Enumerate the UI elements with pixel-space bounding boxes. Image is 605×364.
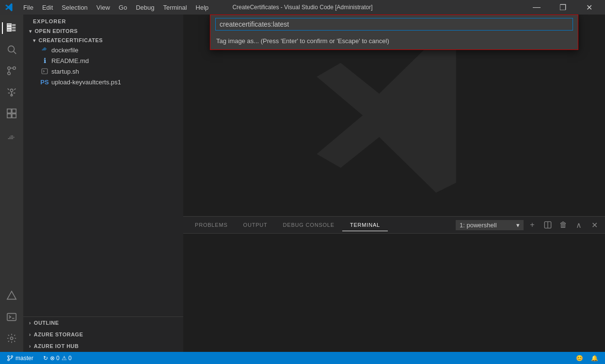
debug-activity-icon[interactable] (2, 82, 21, 102)
file-name-keyvault: upload-keyvaultcerts.ps1 (51, 79, 121, 86)
open-editors-label: OPEN EDITORS (35, 28, 78, 34)
svg-rect-12 (12, 114, 16, 118)
svg-point-3 (8, 46, 15, 52)
explorer-activity-icon[interactable] (2, 18, 21, 38)
kill-terminal-button[interactable]: 🗑 (557, 218, 570, 232)
window-controls: — ❐ ✕ (525, 0, 600, 15)
search-activity-icon[interactable] (2, 40, 21, 59)
svg-point-7 (8, 72, 11, 75)
minimize-button[interactable]: — (525, 0, 548, 15)
command-input-wrapper (210, 15, 578, 33)
menu-bar: File Edit Selection View Go Debug Termin… (19, 2, 212, 13)
menu-file[interactable]: File (19, 2, 37, 13)
menu-help[interactable]: Help (192, 2, 213, 13)
azure-iot-hub-section[interactable]: › AZURE IOT HUB (23, 340, 183, 352)
tab-terminal[interactable]: TERMINAL (342, 219, 388, 231)
folder-name-label: CREATECERTIFICATES (39, 37, 103, 43)
readme-file-icon: ℹ (41, 57, 48, 64)
terminal-tabs-bar: PROBLEMS OUTPUT DEBUG CONSOLE TERMINAL 1… (183, 217, 605, 234)
status-bar-right: 😊 🔔 (574, 355, 600, 362)
azure-activity-icon[interactable] (2, 286, 21, 305)
svg-rect-10 (7, 109, 11, 113)
svg-point-23 (11, 355, 13, 357)
vscode-watermark-icon (309, 31, 479, 200)
new-terminal-button[interactable]: + (525, 218, 539, 232)
activity-bar (0, 15, 23, 352)
tab-problems[interactable]: PROBLEMS (187, 219, 236, 231)
maximize-terminal-button[interactable]: ∧ (572, 218, 586, 232)
file-item-dockerfile[interactable]: dockerfile (23, 45, 183, 55)
activity-bar-bottom (2, 286, 21, 348)
menu-selection[interactable]: Selection (58, 2, 91, 13)
folder-chevron: ▾ (33, 38, 36, 43)
menu-terminal[interactable]: Terminal (159, 2, 191, 13)
svg-point-21 (8, 355, 10, 357)
file-item-readme[interactable]: ℹ README.md (23, 55, 183, 66)
sync-status[interactable]: ↻ ⊗ 0 ⚠ 0 (41, 355, 74, 362)
svg-line-4 (14, 51, 16, 54)
maximize-button[interactable]: ❐ (552, 0, 574, 15)
outline-section[interactable]: › OUTLINE (23, 317, 183, 329)
command-palette-box: Tag image as... (Press 'Enter' to confir… (210, 15, 578, 50)
dropdown-arrow-icon: ▾ (516, 222, 520, 229)
ps-file-icon: PS (41, 78, 48, 86)
vscode-logo-icon (5, 3, 14, 12)
title-bar-left: File Edit Selection View Go Debug Termin… (5, 2, 212, 13)
split-terminal-button[interactable] (541, 218, 555, 232)
docker-file-icon (41, 46, 48, 54)
terminal-panel: PROBLEMS OUTPUT DEBUG CONSOLE TERMINAL 1… (183, 216, 605, 352)
svg-rect-11 (12, 109, 16, 113)
command-palette-overlay: Tag image as... (Press 'Enter' to confir… (183, 15, 605, 50)
editor-area: Tag image as... (Press 'Enter' to confir… (183, 15, 605, 352)
status-bar: master ↻ ⊗ 0 ⚠ 0 😊 🔔 (0, 352, 605, 364)
outline-chevron: › (29, 320, 31, 326)
outline-label: OUTLINE (34, 320, 59, 326)
warnings-count: ⚠ 0 (62, 355, 72, 362)
azure-iot-hub-label: AZURE IOT HUB (34, 343, 79, 349)
docker-activity-icon[interactable] (2, 129, 21, 148)
menu-debug[interactable]: Debug (132, 2, 158, 13)
git-branch-status[interactable]: master (5, 355, 35, 362)
file-item-startup[interactable]: startup.sh (23, 66, 183, 77)
bell-status[interactable]: 🔔 (589, 355, 600, 362)
terminal-content (183, 234, 605, 352)
menu-edit[interactable]: Edit (38, 2, 57, 13)
sidebar: EXPLORER ▾ OPEN EDITORS ▾ CREATECERTIFIC… (23, 15, 183, 352)
file-tree: dockerfile ℹ README.md startup.sh PS upl… (23, 45, 183, 87)
terminal-activity-icon[interactable] (2, 307, 21, 327)
azure-storage-section[interactable]: › AZURE STORAGE (23, 329, 183, 340)
tab-debug-console[interactable]: DEBUG CONSOLE (275, 219, 342, 231)
menu-view[interactable]: View (93, 2, 114, 13)
folder-section-header[interactable]: ▾ CREATECERTIFICATES (23, 36, 183, 45)
title-bar: File Edit Selection View Go Debug Termin… (0, 0, 605, 15)
terminal-tab-right: 1: powershell ▾ + 🗑 ∧ ✕ (456, 218, 601, 232)
file-name-startup: startup.sh (51, 68, 79, 75)
settings-activity-icon[interactable] (2, 329, 21, 348)
svg-point-6 (13, 67, 16, 70)
menu-go[interactable]: Go (115, 2, 131, 13)
file-name-readme: README.md (51, 57, 89, 64)
azure-storage-label: AZURE STORAGE (34, 332, 83, 337)
close-terminal-button[interactable]: ✕ (588, 218, 601, 232)
sync-icon: ↻ (43, 355, 48, 362)
sidebar-bottom-sections: › OUTLINE › AZURE STORAGE › AZURE IOT HU… (23, 317, 183, 352)
file-item-keyvault[interactable]: PS upload-keyvaultcerts.ps1 (23, 77, 183, 87)
azure-storage-chevron: › (29, 332, 31, 337)
terminal-instance-dropdown[interactable]: 1: powershell ▾ (456, 220, 524, 230)
svg-rect-15 (7, 314, 16, 321)
source-control-activity-icon[interactable] (2, 61, 21, 80)
open-editors-chevron: ▾ (29, 29, 32, 34)
svg-marker-14 (7, 291, 16, 300)
smiley-status[interactable]: 😊 (574, 355, 585, 362)
git-branch-icon (7, 355, 14, 362)
svg-rect-13 (7, 114, 11, 118)
azure-iot-hub-chevron: › (29, 344, 31, 349)
extensions-activity-icon[interactable] (2, 104, 21, 123)
open-editors-section[interactable]: ▾ OPEN EDITORS (23, 26, 183, 36)
tag-image-input[interactable] (215, 18, 573, 31)
svg-point-17 (10, 337, 13, 340)
terminal-instance-label: 1: powershell (460, 222, 497, 229)
command-hint-text: Tag image as... (Press 'Enter' to confir… (210, 33, 578, 49)
close-button[interactable]: ✕ (578, 0, 600, 15)
tab-output[interactable]: OUTPUT (236, 219, 275, 231)
